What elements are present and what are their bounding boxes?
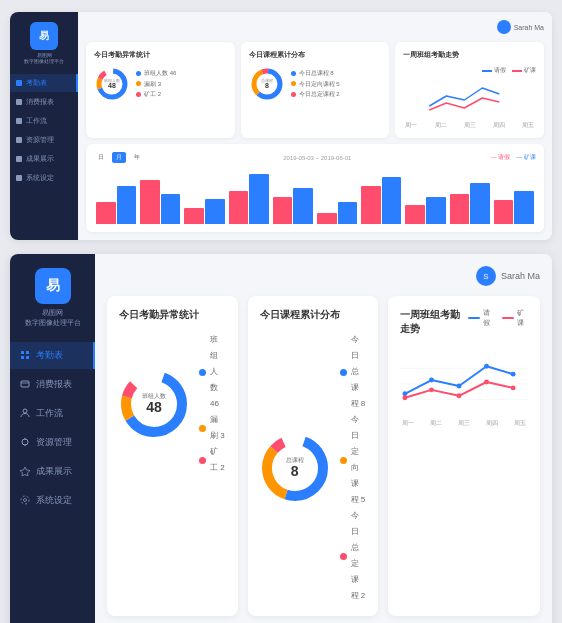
bottom-nav-settings[interactable]: 系统设定 [10,487,95,514]
bottom-nav-attendance-label: 考勤表 [36,349,63,362]
top-card-course: 今日课程累计分布 总课程 8 [241,42,390,138]
top-cards-row: 今日考勤异常统计 班组人数 48 [86,42,544,138]
bottom-sidebar: 易 易图网数字图像处理平台 考勤表 消费报表 工作流 [10,254,95,623]
top-nav-showcase-icon [16,156,22,162]
svg-marker-22 [20,467,30,476]
top-nav-showcase[interactable]: 成果展示 [10,150,78,168]
svg-rect-14 [21,356,24,359]
bottom-header: S Sarah Ma [107,266,540,286]
top-nav-expense[interactable]: 消费报表 [10,93,78,111]
legend-dot-pink-2 [340,553,347,560]
top-card-attendance-title: 今日考勤异常统计 [94,50,227,60]
svg-point-37 [429,378,434,383]
top-card-course-body: 总课程 8 今日总课程 8 今日定向课程 5 今日总定课程 2 [249,66,382,102]
top-card-course-title: 今日课程累计分布 [249,50,382,60]
bottom-nav-showcase[interactable]: 成果展示 [10,458,95,485]
top-tab-day[interactable]: 日 [94,152,108,163]
top-bar-group-9 [450,183,490,224]
svg-point-38 [457,383,462,388]
svg-rect-12 [21,351,24,354]
top-bar-group-6 [317,202,357,224]
top-nav-resource[interactable]: 资源管理 [10,131,78,149]
svg-point-41 [403,395,408,400]
legend-dot-blue-2 [340,369,347,376]
bottom-attendance-body: 班组人数 48 班组人数 46 漏刷 3 矿工 2 [119,332,226,476]
bottom-donut-course-value: 8 [286,465,304,479]
top-logo-icon: 易 [30,22,58,50]
svg-rect-13 [26,351,29,354]
top-donut-attendance: 班组人数 48 [94,66,130,102]
top-tab-month[interactable]: 月 [112,152,126,163]
top-donut-course: 总课程 8 [249,66,285,102]
bottom-nav-workflow[interactable]: 工作流 [10,400,95,427]
legend-dot-orange-1 [199,425,206,432]
svg-rect-16 [21,381,29,387]
top-bar-group-3 [184,199,224,224]
bottom-main-content: S Sarah Ma 今日考勤异常统计 [95,254,552,623]
top-bar-date: 2019-05-03 ~ 2019-06-01 [283,155,351,161]
top-bar-pink-2 [140,180,160,224]
bottom-nav-resource-icon [20,437,30,447]
bottom-donut-course: 总课程 8 [260,433,330,503]
bottom-donut-attendance-text: 班组人数 48 [142,393,166,414]
top-sidebar: 易 易图网数字图像处理平台 考勤表 消费报表 工作流 资源管理 成果展示 [10,12,78,240]
top-nav-expense-icon [16,99,22,105]
bottom-nav-attendance[interactable]: 考勤表 [10,342,95,369]
bottom-trend-title: 一周班组考勤走势 [400,308,468,336]
trend-legend-blue-label: 请假 [483,308,494,328]
top-tab-year[interactable]: 年 [130,152,144,163]
top-line-chart [403,78,536,114]
bottom-user-avatar: S [476,266,496,286]
svg-rect-15 [26,356,29,359]
svg-text:48: 48 [108,82,116,89]
top-card-attendance: 今日考勤异常统计 班组人数 48 [86,42,235,138]
bottom-attendance-legend: 班组人数 46 漏刷 3 矿工 2 [199,332,226,476]
top-bar-group-4 [229,174,269,224]
bottom-nav-showcase-icon [20,466,30,476]
top-bar-blue-7 [382,177,402,224]
top-bar-blue-9 [470,183,490,224]
top-nav-workflow[interactable]: 工作流 [10,112,78,130]
top-bar-pink-6 [317,213,337,224]
top-bar-tabs: 日 月 年 [94,152,144,163]
bottom-card-course: 今日课程累计分布 总课程 8 [248,296,379,616]
bottom-nav-settings-icon [20,495,30,505]
top-bar-group-8 [405,197,445,224]
top-nav-showcase-label: 成果展示 [26,154,54,164]
top-bar-group-1 [96,186,136,224]
top-bar-pink-7 [361,186,381,224]
top-nav-resource-icon [16,137,22,143]
top-bar-pink-10 [494,200,514,224]
top-nav-attendance-label: 考勤表 [26,78,47,88]
top-bar-section: 日 月 年 2019-05-03 ~ 2019-06-01 — 请假 — 矿课 [86,144,544,232]
top-nav-settings[interactable]: 系统设定 [10,169,78,187]
bottom-logo-text: 易图网数字图像处理平台 [25,308,81,328]
bottom-logo: 易 易图网数字图像处理平台 [25,268,81,328]
top-nav-settings-label: 系统设定 [26,173,54,183]
bottom-nav-attendance-icon [20,350,30,360]
top-course-legend: 今日总课程 8 今日定向课程 5 今日总定课程 2 [291,68,340,100]
bottom-attendance-title: 今日考勤异常统计 [119,308,226,322]
bottom-nav-resource[interactable]: 资源管理 [10,429,95,456]
top-bar-group-7 [361,177,401,224]
svg-point-23 [24,499,27,502]
top-bar-group-10 [494,191,534,224]
bottom-card-trend: 一周班组考勤走势 请假 矿课 [388,296,540,616]
top-bar-pink-9 [450,194,470,224]
bottom-username: Sarah Ma [501,271,540,281]
top-nav-workflow-icon [16,118,22,124]
top-bar-blue-3 [205,199,225,224]
bottom-nav-expense[interactable]: 消费报表 [10,371,95,398]
trend-legend-pink-label: 矿课 [517,308,528,328]
top-nav-workflow-label: 工作流 [26,116,47,126]
top-nav-expense-label: 消费报表 [26,97,54,107]
top-nav-attendance[interactable]: 考勤表 [10,74,78,92]
top-header: Sarah Ma [86,20,544,34]
top-nav-attendance-icon [16,80,22,86]
svg-point-18 [23,409,27,413]
trend-legend-pink-line [502,317,513,319]
bottom-nav-workflow-icon [20,408,30,418]
bottom-trend-x-labels: 周一周二周三周四周五 [400,419,528,428]
bottom-nav-expense-label: 消费报表 [36,378,72,391]
top-x-labels: 周一周二周三周四周五 [403,121,536,130]
